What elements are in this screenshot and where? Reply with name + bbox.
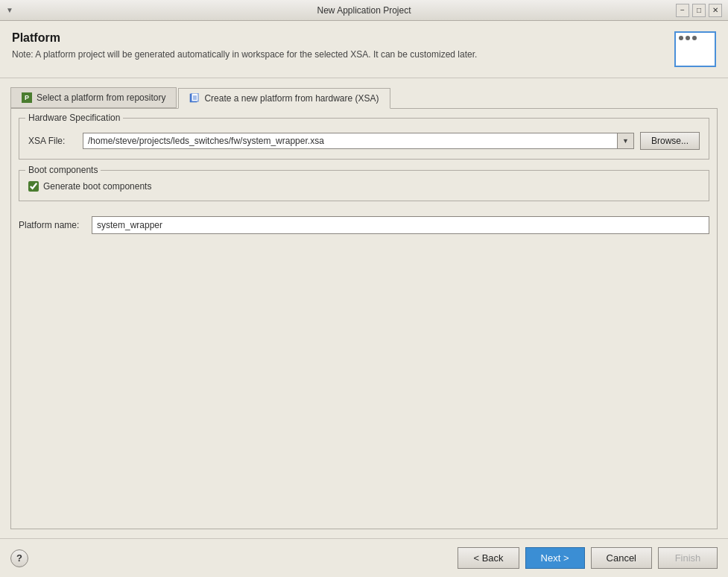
next-button[interactable]: Next > <box>525 547 585 569</box>
title-bar-left: ▼ <box>6 6 16 14</box>
minimize-button[interactable]: − <box>676 4 689 17</box>
tab-panel-xsa: Hardware Specification XSA File: ▼ Brows… <box>10 108 718 529</box>
generate-boot-row: Generate boot components <box>28 181 700 192</box>
dot-1 <box>679 36 683 40</box>
chevron-down-icon[interactable]: ▼ <box>6 6 13 14</box>
help-button[interactable]: ? <box>10 549 28 567</box>
icon-dots <box>679 36 697 40</box>
platform-name-row: Platform name: <box>19 212 709 237</box>
tabs-container: P Select a platform from repository Crea… <box>10 87 718 108</box>
cancel-button[interactable]: Cancel <box>591 547 652 569</box>
platform-name-input[interactable] <box>92 216 709 234</box>
dialog-content: P Select a platform from repository Crea… <box>0 78 728 538</box>
dot-3 <box>692 36 697 40</box>
tab-create-platform-xsa[interactable]: Create a new platform from hardware (XSA… <box>178 88 390 109</box>
tab-select-platform-repo[interactable]: P Select a platform from repository <box>10 87 177 108</box>
tab-xsa-label: Create a new platform from hardware (XSA… <box>204 93 379 104</box>
new-platform-icon <box>189 93 200 104</box>
dialog-footer: ? < Back Next > Cancel Finish <box>0 538 728 577</box>
footer-buttons: < Back Next > Cancel Finish <box>458 547 718 569</box>
dialog-title: New Application Project <box>317 5 411 16</box>
xsa-dropdown-button[interactable]: ▼ <box>617 133 633 148</box>
title-bar: ▼ New Application Project − □ ✕ <box>0 0 728 21</box>
maximize-button[interactable]: □ <box>692 4 706 17</box>
hardware-spec-group: Hardware Specification XSA File: ▼ Brows… <box>19 118 709 160</box>
finish-button[interactable]: Finish <box>658 547 718 569</box>
hardware-spec-legend: Hardware Specification <box>25 113 123 123</box>
xsa-file-row: XSA File: ▼ Browse... <box>28 132 700 150</box>
header-note: Note: A platform project will be generat… <box>12 49 667 60</box>
content-spacer <box>19 247 709 520</box>
header-title: Platform <box>12 31 667 45</box>
back-button[interactable]: < Back <box>458 547 519 569</box>
repo-icon: P <box>22 92 32 103</box>
dot-2 <box>686 36 690 40</box>
header-text: Platform Note: A platform project will b… <box>12 31 667 60</box>
footer-left: ? <box>10 549 28 567</box>
dialog: Platform Note: A platform project will b… <box>0 21 728 577</box>
boot-components-legend: Boot components <box>25 165 101 175</box>
xsa-file-combo: ▼ <box>83 133 634 149</box>
generate-boot-label: Generate boot components <box>43 181 151 192</box>
title-bar-controls: − □ ✕ <box>676 4 722 17</box>
xsa-file-label: XSA File: <box>28 136 77 146</box>
generate-boot-checkbox[interactable] <box>28 181 39 192</box>
platform-name-label: Platform name: <box>19 220 86 230</box>
xsa-file-input[interactable] <box>83 133 617 148</box>
browse-button[interactable]: Browse... <box>640 132 700 150</box>
platform-window-icon <box>674 31 716 67</box>
close-button[interactable]: ✕ <box>709 4 722 17</box>
tab-repo-label: Select a platform from repository <box>37 92 165 103</box>
dialog-header: Platform Note: A platform project will b… <box>0 21 728 78</box>
boot-components-group: Boot components Generate boot components <box>19 170 709 201</box>
